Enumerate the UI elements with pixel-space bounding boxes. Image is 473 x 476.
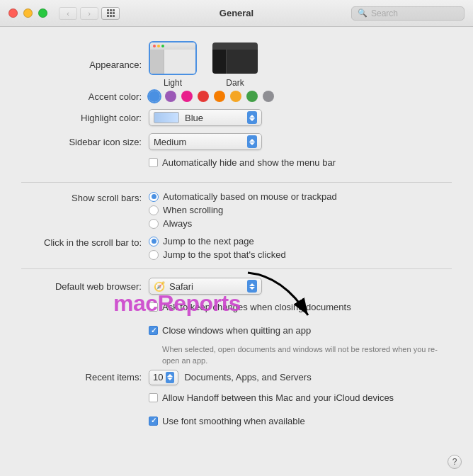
light-label: Light <box>164 78 182 88</box>
highlight-color-label: Highlight color: <box>21 113 142 123</box>
highlight-color-value: Blue <box>185 113 244 123</box>
scroll-auto-radio[interactable] <box>149 192 159 202</box>
font-smoothing-checkbox-row: Use font smoothing when available <box>149 416 305 426</box>
scroll-scrolling-row: When scrolling <box>149 205 337 215</box>
scroll-bars-label: Show scroll bars: <box>21 191 142 203</box>
scroll-always-row: Always <box>149 218 337 229</box>
appearance-light[interactable]: Light <box>149 41 197 88</box>
keep-changes-checkbox[interactable] <box>149 302 158 312</box>
default-browser-value: Safari <box>169 281 244 292</box>
default-browser-row: Default web browser: 🧭 Safari <box>21 278 452 295</box>
scroll-auto-label: Automatically based on mouse or trackpad <box>163 191 337 202</box>
window-title: General <box>220 8 253 18</box>
handoff-checkbox[interactable] <box>149 393 158 402</box>
click-spot-radio[interactable] <box>149 250 159 260</box>
handoff-row: Allow Handoff between this Mac and your … <box>21 392 452 409</box>
divider-2 <box>21 268 452 269</box>
keep-changes-label: Ask to keep changes when closing documen… <box>162 302 351 312</box>
click-scroll-row: Click in the scroll bar to: Jump to the … <box>21 236 452 260</box>
highlight-color-select[interactable]: Blue <box>149 109 262 126</box>
click-spot-label: Jump to the spot that's clicked <box>163 249 286 260</box>
recent-items-row: Recent items: 10 Documents, Apps, and Se… <box>21 370 452 385</box>
default-browser-arrow <box>247 280 257 293</box>
click-scroll-options: Jump to the next page Jump to the spot t… <box>149 236 286 260</box>
search-icon: 🔍 <box>358 8 367 18</box>
menu-bar-checkbox[interactable] <box>149 158 158 167</box>
default-browser-select[interactable]: 🧭 Safari <box>149 278 262 295</box>
recent-items-select[interactable]: 10 <box>149 370 178 385</box>
close-windows-group: Close windows when quitting an app When … <box>149 325 452 367</box>
highlight-color-arrow <box>247 111 257 124</box>
dark-label: Dark <box>226 78 244 88</box>
sidebar-icon-size-arrow <box>247 135 257 148</box>
light-thumb[interactable] <box>149 41 197 75</box>
menu-bar-row: Automatically hide and show the menu bar <box>21 157 452 174</box>
accent-color-row: Accent color: <box>21 91 452 102</box>
accent-green[interactable] <box>246 91 258 102</box>
accent-yellow[interactable] <box>230 91 241 102</box>
highlight-color-row: Highlight color: Blue <box>21 109 452 126</box>
maximize-button[interactable] <box>38 8 47 18</box>
scroll-always-radio[interactable] <box>149 219 159 229</box>
click-next-page-label: Jump to the next page <box>163 236 254 246</box>
appearance-dark[interactable]: Dark <box>211 41 259 88</box>
recent-items-content: 10 Documents, Apps, and Servers <box>149 370 312 385</box>
scroll-bars-options: Automatically based on mouse or trackpad… <box>149 191 337 229</box>
dark-thumb[interactable] <box>211 41 259 75</box>
close-windows-checkbox-row: Close windows when quitting an app <box>149 325 452 336</box>
click-next-page-radio[interactable] <box>149 237 159 246</box>
handoff-checkbox-row: Allow Handoff between this Mac and your … <box>149 392 394 403</box>
divider-1 <box>21 182 452 183</box>
main-content: Appearance: Light <box>0 27 473 453</box>
sidebar-icon-size-select[interactable]: Medium <box>149 133 262 150</box>
click-next-page-row: Jump to the next page <box>149 236 286 246</box>
recent-items-arrow <box>166 372 174 383</box>
accent-pink[interactable] <box>181 91 193 102</box>
search-input[interactable]: Search <box>371 8 398 18</box>
back-button[interactable]: ‹ <box>59 7 77 20</box>
window-controls <box>8 8 47 18</box>
scroll-auto-row: Automatically based on mouse or trackpad <box>149 191 337 202</box>
default-browser-label: Default web browser: <box>21 281 142 292</box>
close-windows-checkbox[interactable] <box>149 326 158 335</box>
accent-color-label: Accent color: <box>21 91 142 102</box>
close-windows-sublabel: When selected, open documents and window… <box>162 345 438 365</box>
bottom-bar: ? <box>436 448 473 476</box>
recent-items-value: 10 <box>153 372 163 382</box>
titlebar: ‹ › General 🔍 Search <box>0 0 473 27</box>
click-spot-row: Jump to the spot that's clicked <box>149 249 286 260</box>
recent-items-suffix: Documents, Apps, and Servers <box>184 372 311 382</box>
scroll-always-label: Always <box>163 218 192 229</box>
minimize-button[interactable] <box>23 8 33 18</box>
accent-graphite[interactable] <box>263 91 274 102</box>
font-smoothing-checkbox[interactable] <box>149 416 158 426</box>
close-windows-sublabel-wrap: When selected, open documents and window… <box>162 344 452 367</box>
app-grid-button[interactable] <box>101 7 120 20</box>
close-windows-label: Close windows when quitting an app <box>162 325 311 336</box>
close-windows-row: Close windows when quitting an app When … <box>21 325 452 367</box>
font-smoothing-label: Use font smoothing when available <box>162 416 305 426</box>
close-button[interactable] <box>8 8 18 18</box>
handoff-label: Allow Handoff between this Mac and your … <box>162 392 394 403</box>
appearance-section: Appearance: Light <box>21 41 452 88</box>
keep-changes-checkbox-row: Ask to keep changes when closing documen… <box>149 302 351 312</box>
menu-bar-checkbox-label: Automatically hide and show the menu bar <box>162 157 336 168</box>
accent-orange[interactable] <box>214 91 225 102</box>
sidebar-icon-size-value: Medium <box>154 137 244 147</box>
accent-red[interactable] <box>198 91 209 102</box>
scroll-bars-row: Show scroll bars: Automatically based on… <box>21 191 452 229</box>
keep-changes-row: Ask to keep changes when closing documen… <box>21 302 452 318</box>
font-smoothing-row: Use font smoothing when available <box>21 416 452 432</box>
accent-color-options <box>149 91 274 102</box>
sidebar-icon-size-label: Sidebar icon size: <box>21 137 142 147</box>
forward-button[interactable]: › <box>80 7 98 20</box>
help-button[interactable]: ? <box>448 455 462 469</box>
scroll-scrolling-radio[interactable] <box>149 205 159 215</box>
scroll-scrolling-label: When scrolling <box>163 205 223 215</box>
appearance-options: Light Dark <box>149 41 259 88</box>
search-bar[interactable]: 🔍 Search <box>351 6 465 21</box>
sidebar-icon-size-row: Sidebar icon size: Medium <box>21 133 452 150</box>
click-scroll-label: Click in the scroll bar to: <box>21 236 142 248</box>
accent-blue[interactable] <box>149 91 160 102</box>
accent-purple[interactable] <box>165 91 176 102</box>
